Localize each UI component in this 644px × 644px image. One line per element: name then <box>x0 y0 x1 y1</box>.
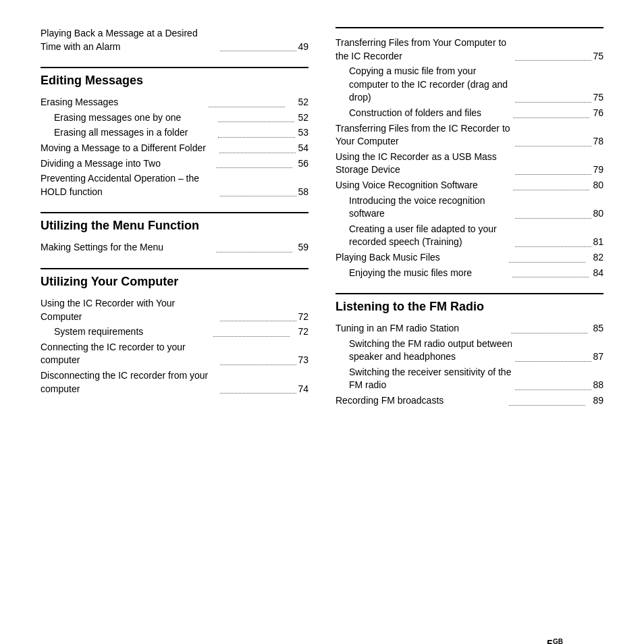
entry-page: 78 <box>593 122 603 149</box>
entry-page: 52 <box>296 111 308 125</box>
list-item: Dividing a Message into Two 56 <box>41 157 308 171</box>
entry-page: 84 <box>590 267 603 280</box>
entry-page: 87 <box>593 338 603 364</box>
entry-title: Recording FM broadcasts <box>336 394 506 408</box>
entry-page: 73 <box>298 341 308 367</box>
section-utilizing-computer: Utilizing Your Computer Using the IC Rec… <box>41 268 308 396</box>
entry-title: Preventing Accidental Operation – the HO… <box>41 172 217 198</box>
list-item: Switching the receiver sensitivity of th… <box>336 366 603 392</box>
section-transferring: Transferring Files from Your Computer to… <box>336 27 603 279</box>
entry-title: Using the IC Recorder as a USB Mass Stor… <box>336 151 512 177</box>
list-item: Transferring Files from the IC Recorder … <box>336 122 603 149</box>
page-number: 5GB <box>547 638 563 644</box>
list-item: Tuning in an FM radio Station 85 <box>336 322 603 336</box>
list-item: Using Voice Recognition Software 80 <box>336 179 603 192</box>
entry-page: 88 <box>593 366 603 392</box>
list-item: System requirements 72 <box>41 325 308 339</box>
right-column: Transferring Files from Your Computer to… <box>336 27 603 419</box>
entry-page: 53 <box>296 126 309 140</box>
entry-page: 58 <box>298 172 308 198</box>
list-item: Erasing messages one by one 52 <box>41 111 308 125</box>
entry-page: 76 <box>591 107 603 120</box>
entry-page: 56 <box>294 157 308 171</box>
section-header: Listening to the FM Radio <box>336 293 603 314</box>
entry-title: Dividing a Message into Two <box>41 157 213 171</box>
list-item: Erasing all messages in a folder 53 <box>41 126 308 140</box>
top-entry: Playing Back a Message at a Desired Time… <box>41 27 308 53</box>
entry-page: 52 <box>286 96 308 109</box>
entry-title: Playing Back a Message at a Desired Time… <box>41 27 217 53</box>
left-column: Playing Back a Message at a Desired Time… <box>41 27 308 419</box>
list-item: Playing Back Music Files 82 <box>336 251 603 265</box>
entry-page: 74 <box>298 369 308 396</box>
entry-page: 81 <box>593 223 603 249</box>
section-header: Utilizing Your Computer <box>41 268 308 289</box>
list-item: Using the IC Recorder as a USB Mass Stor… <box>336 151 603 177</box>
entry-page: 82 <box>587 251 603 265</box>
list-item: Connecting the IC recorder to your compu… <box>41 341 308 367</box>
list-item: Introducing the voice recognition softwa… <box>336 194 603 221</box>
section-menu-function: Utilizing the Menu Function Making Setti… <box>41 212 308 254</box>
entry-page: 79 <box>593 151 603 177</box>
entry-title: Switching the FM radio output between sp… <box>336 338 512 364</box>
entry-page: 75 <box>593 36 603 63</box>
list-item: Erasing Messages 52 <box>41 96 308 109</box>
entry-title: System requirements <box>41 325 211 339</box>
entry-title: Construction of folders and files <box>336 107 510 120</box>
list-item: Creating a user file adapted to your rec… <box>336 223 603 249</box>
entry-title: Making Settings for the Menu <box>41 241 213 254</box>
list-item: Copying a music file from your computer … <box>336 65 603 105</box>
entry-title: Disconnecting the IC recorder from your … <box>41 369 217 396</box>
entry-title: Erasing Messages <box>41 96 206 109</box>
list-item: Playing Back a Message at a Desired Time… <box>41 27 308 53</box>
entry-title: Switching the receiver sensitivity of th… <box>336 366 512 392</box>
list-item: Moving a Message to a Different Folder 5… <box>41 142 308 155</box>
entry-title: Introducing the voice recognition softwa… <box>336 194 512 221</box>
list-item: Using the IC Recorder with Your Computer… <box>41 297 308 323</box>
entry-title: Connecting the IC recorder to your compu… <box>41 341 217 367</box>
entry-page: 72 <box>298 297 308 323</box>
entry-page: 75 <box>593 65 603 105</box>
entry-title: Moving a Message to a Different Folder <box>41 142 217 155</box>
section-fm-radio: Listening to the FM Radio Tuning in an F… <box>336 293 603 408</box>
entry-title: Transferring Files from Your Computer to… <box>336 36 512 63</box>
list-item: Recording FM broadcasts 89 <box>336 394 603 408</box>
entry-page: 89 <box>587 394 603 408</box>
entry-title: Tuning in an FM radio Station <box>336 322 508 336</box>
section-editing-messages: Editing Messages Erasing Messages 52 Era… <box>41 67 308 198</box>
entry-title: Erasing messages one by one <box>41 111 215 125</box>
section-header: Editing Messages <box>41 67 308 88</box>
entry-title: Using the IC Recorder with Your Computer <box>41 297 217 323</box>
list-item: Preventing Accidental Operation – the HO… <box>41 172 308 198</box>
list-item: Switching the FM radio output between sp… <box>336 338 603 364</box>
entry-title: Erasing all messages in a folder <box>41 126 215 140</box>
list-item: Making Settings for the Menu 59 <box>41 241 308 254</box>
entry-page: 72 <box>291 325 308 339</box>
entry-title: Enjoying the music files more <box>336 267 510 280</box>
list-item: Disconnecting the IC recorder from your … <box>41 369 308 396</box>
section-header: Utilizing the Menu Function <box>41 212 308 233</box>
list-item: Enjoying the music files more 84 <box>336 267 603 280</box>
entry-page: 49 <box>298 27 308 53</box>
entry-page: 54 <box>297 142 308 155</box>
entry-page: 80 <box>591 179 603 192</box>
entry-title: Copying a music file from your computer … <box>336 65 512 105</box>
entry-page: 59 <box>294 241 308 254</box>
list-item: Construction of folders and files 76 <box>336 107 603 120</box>
entry-title: Transferring Files from the IC Recorder … <box>336 122 512 149</box>
entry-title: Using Voice Recognition Software <box>336 179 510 192</box>
entry-title: Creating a user file adapted to your rec… <box>336 223 512 249</box>
list-item: Transferring Files from Your Computer to… <box>336 36 603 63</box>
entry-page: 80 <box>593 194 603 221</box>
entry-title: Playing Back Music Files <box>336 251 506 265</box>
entry-page: 85 <box>589 322 603 336</box>
